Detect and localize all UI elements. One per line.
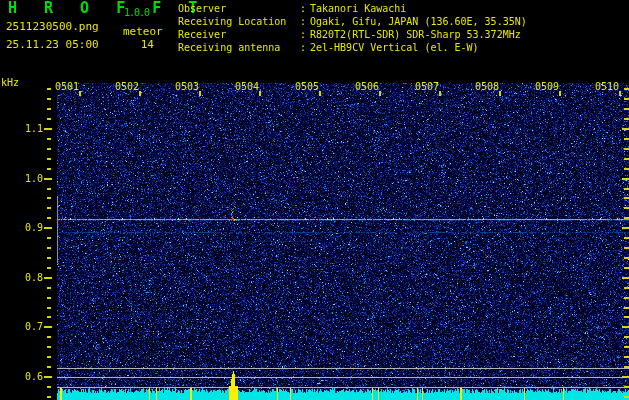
observation-datetime: 25.11.23 05:00	[6, 39, 99, 50]
time-tick-label: 0505	[293, 81, 319, 92]
info-value: 2el-HB9CV Vertical (el. E-W)	[310, 41, 479, 54]
time-tick-label: 0508	[473, 81, 499, 92]
info-row-observer: Observer:Takanori Kawachi	[178, 2, 527, 15]
freq-tick-label: 0.9	[18, 222, 43, 233]
time-tick-label: 0504	[233, 81, 259, 92]
time-tick-label: 0509	[533, 81, 559, 92]
info-label: Observer	[178, 2, 300, 15]
info-value: Ogaki, Gifu, JAPAN (136.60E, 35.35N)	[310, 15, 527, 28]
freq-tick-label: 1.0	[18, 173, 43, 184]
info-value: Takanori Kawachi	[310, 2, 406, 15]
time-tick-label: 0510	[593, 81, 619, 92]
freq-tick-label: 0.7	[18, 321, 43, 332]
mode-label: meteor	[123, 26, 163, 37]
output-filename: 2511230500.png	[6, 21, 99, 32]
time-tick-label: 0507	[413, 81, 439, 92]
info-colon: :	[300, 28, 310, 41]
time-tick-label: 0501	[53, 81, 79, 92]
freq-tick-label: 1.1	[18, 123, 43, 134]
info-label: Receiving Location	[178, 15, 300, 28]
time-tick-label: 0506	[353, 81, 379, 92]
info-colon: :	[300, 15, 310, 28]
app-version: 1.0.0	[124, 7, 149, 18]
time-tick-label: 0503	[173, 81, 199, 92]
hrofft-screen: H R O F F T 1.0.0 2511230500.png meteor …	[0, 0, 629, 400]
time-tick-label: 0502	[113, 81, 139, 92]
echo-count: 14	[130, 39, 154, 50]
info-row-antenna: Receiving antenna:2el-HB9CV Vertical (el…	[178, 41, 527, 54]
info-value: R820T2(RTL-SDR) SDR-Sharp 53.372MHz	[310, 28, 521, 41]
spectrogram-canvas	[0, 0, 629, 400]
info-colon: :	[300, 2, 310, 15]
freq-tick-label: 0.8	[18, 272, 43, 283]
info-row-receiver: Receiver:R820T2(RTL-SDR) SDR-Sharp 53.37…	[178, 28, 527, 41]
freq-axis-unit: kHz	[1, 77, 19, 88]
app-title: H R O F F T	[8, 3, 206, 14]
info-label: Receiving antenna	[178, 41, 300, 54]
freq-tick-label: 0.6	[18, 371, 43, 382]
info-label: Receiver	[178, 28, 300, 41]
info-colon: :	[300, 41, 310, 54]
station-info: Observer:Takanori Kawachi Receiving Loca…	[178, 2, 527, 54]
info-row-location: Receiving Location:Ogaki, Gifu, JAPAN (1…	[178, 15, 527, 28]
